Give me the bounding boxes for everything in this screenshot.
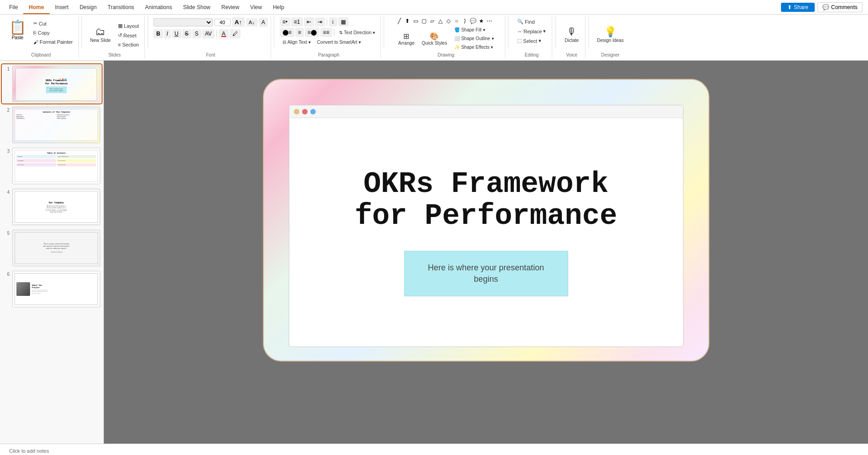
- layout-button[interactable]: ▦ Layout: [115, 21, 142, 30]
- paste-label: Paste: [12, 35, 24, 40]
- shape-fill-button[interactable]: 🪣 Shape Fill ▾: [452, 26, 496, 34]
- slide-thumb-2[interactable]: 2 Contents of This Template DefinitionAd…: [2, 105, 102, 145]
- tab-design[interactable]: Design: [74, 1, 102, 14]
- drawing-group-label: Drawing: [437, 52, 454, 57]
- tab-transitions[interactable]: Transitions: [102, 1, 139, 14]
- align-left-button[interactable]: ⬤≡: [280, 28, 294, 37]
- design-ideas-button[interactable]: 💡 Design Ideas: [594, 24, 626, 45]
- tab-help[interactable]: Help: [267, 1, 290, 14]
- section-button[interactable]: ≡ Section: [115, 41, 142, 49]
- bold-button[interactable]: B: [154, 29, 163, 38]
- font-name-select[interactable]: [154, 18, 213, 26]
- slide-thumb-4[interactable]: 4 Our Company Mercury is the closest pla…: [2, 187, 102, 227]
- section-icon: ≡: [118, 42, 121, 47]
- browser-window: OKRs Framework for Performance Here is w…: [289, 105, 683, 347]
- slide-main-title[interactable]: OKRs Framework for Performance: [354, 168, 617, 233]
- shape-rect[interactable]: ▭: [412, 17, 419, 25]
- shadow-button[interactable]: S: [192, 29, 201, 38]
- increase-indent-button[interactable]: ⇥: [315, 17, 325, 26]
- align-center-button[interactable]: ≡: [295, 28, 304, 37]
- replace-button[interactable]: ↔ Replace ▾: [514, 27, 549, 36]
- paste-icon: 📋: [9, 19, 26, 35]
- format-painter-icon: 🖌: [33, 39, 38, 45]
- tab-insert[interactable]: Insert: [50, 1, 74, 14]
- font-grow-button[interactable]: A↑: [232, 17, 245, 27]
- slide-subtitle-box[interactable]: Here is where your presentation begins: [404, 251, 568, 296]
- tab-slideshow[interactable]: Slide Show: [178, 1, 216, 14]
- tab-animations[interactable]: Animations: [139, 1, 177, 14]
- justify-button[interactable]: ≡≡: [320, 28, 332, 37]
- tab-file[interactable]: File: [4, 1, 23, 14]
- browser-content[interactable]: OKRs Framework for Performance Here is w…: [289, 118, 683, 346]
- share-button[interactable]: ⬆ Share: [781, 3, 815, 12]
- highlight-color-button[interactable]: 🖊: [230, 29, 241, 38]
- find-button[interactable]: 🔍 Find: [514, 17, 537, 26]
- tab-view[interactable]: View: [245, 1, 267, 14]
- shape-more[interactable]: ⋯: [486, 17, 493, 25]
- shape-outline-icon: ⬜: [454, 36, 460, 41]
- strikethrough-button[interactable]: S: [182, 29, 191, 38]
- shape-diamond[interactable]: ◇: [445, 17, 452, 25]
- shape-line[interactable]: ╱: [395, 17, 403, 25]
- notes-placeholder[interactable]: Click to add notes: [9, 448, 49, 454]
- slide-thumb-1[interactable]: 1 OKRs Frameworkfor Performance Here is …: [2, 64, 102, 103]
- text-direction-chevron: ▾: [373, 30, 375, 35]
- columns-button[interactable]: ▦: [338, 17, 349, 26]
- clear-format-button[interactable]: A: [259, 18, 268, 27]
- font-color-button[interactable]: A: [219, 29, 229, 38]
- align-text-icon: ⊟: [282, 40, 286, 45]
- select-button[interactable]: ⬚ Select ▾: [514, 36, 544, 45]
- convert-smartart-button[interactable]: Convert to SmartArt ▾: [314, 38, 364, 46]
- shape-triangle[interactable]: △: [437, 17, 444, 25]
- char-spacing-button[interactable]: AV: [202, 29, 215, 38]
- arrange-icon: ⊞: [403, 32, 409, 41]
- browser-titlebar: [289, 105, 683, 118]
- find-icon: 🔍: [517, 19, 524, 25]
- font-size-input[interactable]: [214, 19, 231, 26]
- share-icon: ⬆: [787, 4, 792, 10]
- shape-star[interactable]: ★: [478, 17, 485, 25]
- slide-thumb-6[interactable]: 6 About theProject Mercury is the closes…: [2, 269, 102, 309]
- canvas-area[interactable]: OKRs Framework for Performance Here is w…: [104, 61, 868, 444]
- cut-button[interactable]: ✂ Cut: [31, 19, 76, 28]
- comments-button[interactable]: 💬 Comments: [817, 2, 863, 12]
- dictate-button[interactable]: 🎙 Dictate: [562, 24, 581, 45]
- voice-group-label: Voice: [566, 52, 577, 57]
- select-icon: ⬚: [517, 38, 522, 44]
- arrange-button[interactable]: ⊞ Arrange: [395, 30, 417, 47]
- align-text-button[interactable]: ⊟ Align Text ▾: [280, 38, 313, 46]
- align-right-button[interactable]: ≡⬤: [305, 28, 319, 37]
- reset-button[interactable]: ↺ Reset: [115, 31, 142, 40]
- shape-outline-button[interactable]: ⬜ Shape Outline ▾: [452, 35, 496, 42]
- shape-callout[interactable]: 💬: [469, 17, 477, 25]
- tab-home[interactable]: Home: [23, 1, 49, 14]
- numbered-list-button[interactable]: ≡1: [291, 17, 303, 26]
- reset-icon: ↺: [118, 32, 122, 38]
- decrease-indent-button[interactable]: ⇤: [304, 17, 314, 26]
- shape-rounded-rect[interactable]: ▢: [420, 17, 427, 25]
- underline-button[interactable]: U: [172, 29, 181, 38]
- slide-thumb-5[interactable]: 5 "This is a quote, words full of wisdom…: [2, 228, 102, 268]
- shape-arrow[interactable]: ⬆: [404, 17, 411, 25]
- bullet-list-button[interactable]: ≡•: [280, 17, 290, 26]
- browser-dot-blue: [310, 109, 316, 114]
- italic-button[interactable]: I: [164, 29, 171, 38]
- slide-thumb-3[interactable]: 3 Table of Contents Definition OKR Imple…: [2, 146, 102, 186]
- line-spacing-button[interactable]: ↕: [329, 17, 337, 26]
- format-painter-button[interactable]: 🖌 Format Painter: [31, 38, 76, 46]
- tab-review[interactable]: Review: [216, 1, 245, 14]
- design-ideas-icon: 💡: [604, 26, 616, 38]
- copy-button[interactable]: ⎘ Copy: [31, 29, 76, 37]
- font-shrink-button[interactable]: A↓: [246, 18, 257, 26]
- quick-styles-button[interactable]: 🎨 Quick Styles: [419, 30, 450, 47]
- paste-button[interactable]: 📋 Paste: [6, 17, 29, 42]
- text-direction-button[interactable]: ⇅ Text Direction ▾: [336, 29, 378, 36]
- new-slide-button[interactable]: 🗂 New Slide: [87, 24, 113, 45]
- shape-effects-button[interactable]: ✨ Shape Effects ▾: [452, 43, 496, 51]
- shape-fill-icon: 🪣: [454, 27, 460, 32]
- shape-chevron[interactable]: ⟩: [461, 17, 468, 25]
- clipboard-label: Clipboard: [31, 52, 51, 57]
- layout-icon: ▦: [118, 23, 123, 29]
- shape-parallelogram[interactable]: ▱: [428, 17, 436, 25]
- shape-circle[interactable]: ○: [453, 17, 460, 25]
